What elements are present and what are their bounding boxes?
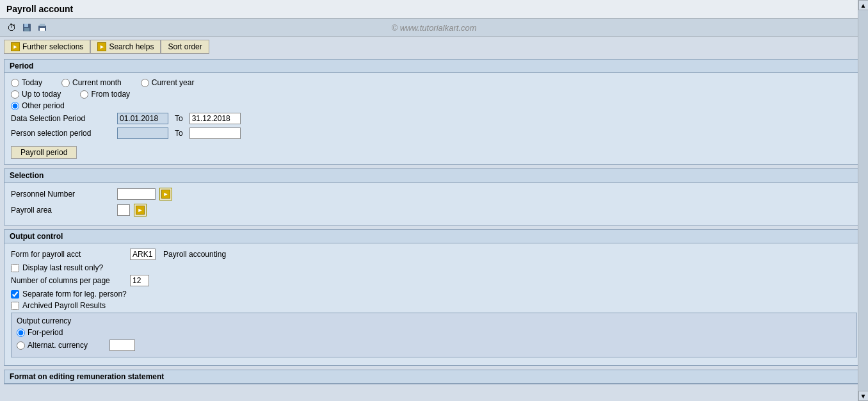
page-title: Payroll account <box>0 0 868 19</box>
scroll-track[interactable] <box>859 10 868 391</box>
person-selection-from-input[interactable] <box>117 127 168 139</box>
tab-sort-order[interactable]: Sort order <box>161 40 209 54</box>
tab-bar: ► Further selections ► Search helps Sort… <box>0 37 868 56</box>
period-section-title: Period <box>4 60 864 73</box>
output-currency-title: Output currency <box>17 316 851 325</box>
period-radio-row-1: Today Current month Current year <box>11 78 857 87</box>
format-section-title: Format on editing remuneration statement <box>4 370 864 384</box>
search-helps-arrow-icon: ► <box>97 42 106 51</box>
period-section: Period Today Current month Current year <box>4 59 864 165</box>
data-selection-row: Data Selection Period To <box>11 113 857 124</box>
alternat-currency-row: Alternat. currency <box>17 340 851 351</box>
personnel-number-arrow-button[interactable]: ► <box>159 188 172 201</box>
person-selection-to-label: To <box>175 129 183 138</box>
sort-order-label: Sort order <box>168 42 202 51</box>
radio-current-year-input[interactable] <box>141 79 149 87</box>
radio-current-month-label: Current month <box>72 78 122 87</box>
output-currency-section: Output currency For-period Alternat. cur… <box>11 313 857 357</box>
radio-from-today[interactable]: From today <box>80 90 130 99</box>
radio-today-label: Today <box>22 78 42 87</box>
title-text: Payroll account <box>6 4 73 14</box>
svg-rect-5 <box>40 28 45 31</box>
archived-row: Archived Payroll Results <box>11 301 857 310</box>
output-control-content: Form for payroll acct Payroll accounting… <box>4 243 864 365</box>
alternat-currency-radio-input[interactable] <box>17 341 25 350</box>
person-selection-to-input[interactable] <box>189 127 241 139</box>
clock-icon[interactable]: ⏱ <box>5 21 18 34</box>
separate-form-checkbox[interactable] <box>11 290 19 299</box>
further-selections-arrow-icon: ► <box>11 42 20 51</box>
further-selections-label: Further selections <box>22 42 83 51</box>
payroll-area-row: Payroll area ► <box>11 204 857 217</box>
payroll-area-label: Payroll area <box>11 206 113 215</box>
svg-rect-4 <box>40 24 45 26</box>
personnel-number-input[interactable] <box>117 188 156 200</box>
personnel-number-arrow-icon: ► <box>161 190 170 199</box>
tab-further-selections[interactable]: ► Further selections <box>4 40 90 54</box>
alternat-currency-radio[interactable]: Alternat. currency <box>17 341 88 350</box>
payroll-period-button[interactable]: Payroll period <box>11 146 77 159</box>
alternat-currency-input[interactable] <box>109 340 135 351</box>
search-helps-label: Search helps <box>109 42 154 51</box>
scrollbar[interactable]: ▲ ▼ <box>858 0 868 400</box>
for-period-radio-input[interactable] <box>17 329 25 337</box>
radio-current-month-input[interactable] <box>61 79 70 87</box>
form-payroll-input[interactable] <box>130 249 156 260</box>
radio-today[interactable]: Today <box>11 78 42 87</box>
payroll-area-arrow-icon: ► <box>136 206 145 215</box>
radio-current-year[interactable]: Current year <box>141 78 195 87</box>
output-control-section: Output control Form for payroll acct Pay… <box>4 229 864 366</box>
separate-form-label: Separate form for leg. person? <box>22 290 127 299</box>
radio-from-today-label: From today <box>91 90 130 99</box>
personnel-number-label: Personnel Number <box>11 190 113 199</box>
scroll-up-button[interactable]: ▲ <box>858 0 869 10</box>
radio-up-to-today-label: Up to today <box>22 90 61 99</box>
payroll-area-input[interactable] <box>117 204 130 216</box>
person-selection-row: Person selection period To <box>11 127 857 139</box>
for-period-row: For-period <box>17 328 851 337</box>
payroll-area-arrow-button[interactable]: ► <box>134 204 147 217</box>
radio-today-input[interactable] <box>11 79 19 87</box>
personnel-number-row: Personnel Number ► <box>11 188 857 201</box>
radio-current-year-label: Current year <box>152 78 195 87</box>
separate-form-row: Separate form for leg. person? <box>11 290 857 299</box>
archived-label: Archived Payroll Results <box>22 301 106 310</box>
tab-search-helps[interactable]: ► Search helps <box>90 40 161 54</box>
radio-other-period-label: Other period <box>22 101 65 110</box>
save-icon[interactable] <box>20 21 33 34</box>
data-selection-label: Data Selection Period <box>11 114 113 123</box>
radio-other-period-input[interactable] <box>11 102 19 110</box>
radio-current-month[interactable]: Current month <box>61 78 122 87</box>
period-radio-row-3: Other period <box>11 101 857 110</box>
radio-up-to-today-input[interactable] <box>11 90 19 99</box>
period-radio-row-2: Up to today From today <box>11 90 857 99</box>
form-payroll-label: Form for payroll acct <box>11 250 126 259</box>
for-period-radio[interactable]: For-period <box>17 328 63 337</box>
data-selection-from-input[interactable] <box>117 113 168 124</box>
format-section: Format on editing remuneration statement <box>4 370 864 384</box>
display-last-result-row: Display last result only? <box>11 263 857 272</box>
person-selection-label: Person selection period <box>11 129 113 138</box>
columns-input[interactable] <box>130 275 149 286</box>
archived-checkbox[interactable] <box>11 302 19 310</box>
main-content: Period Today Current month Current year <box>0 56 868 400</box>
selection-section: Selection Personnel Number ► Payroll are… <box>4 168 864 225</box>
selection-section-content: Personnel Number ► Payroll area ► <box>4 183 864 225</box>
data-selection-to-input[interactable] <box>189 113 241 124</box>
radio-up-to-today[interactable]: Up to today <box>11 90 61 99</box>
print-icon[interactable] <box>36 21 49 34</box>
toolbar: ⏱ © www.tutorialkart.com <box>0 19 868 37</box>
alternat-currency-label: Alternat. currency <box>28 341 88 350</box>
form-payroll-desc: Payroll accounting <box>163 250 226 259</box>
display-last-result-checkbox[interactable] <box>11 264 19 272</box>
columns-row: Number of columns per page <box>11 275 857 286</box>
radio-other-period[interactable]: Other period <box>11 101 65 110</box>
data-selection-to-label: To <box>175 114 183 123</box>
selection-section-title: Selection <box>4 169 864 183</box>
svg-rect-2 <box>24 28 29 31</box>
radio-from-today-input[interactable] <box>80 90 88 99</box>
period-section-content: Today Current month Current year Up to t… <box>4 73 864 164</box>
watermark: © www.tutorialkart.com <box>391 23 476 33</box>
for-period-label: For-period <box>28 328 63 337</box>
scroll-down-button[interactable]: ▼ <box>858 391 869 400</box>
